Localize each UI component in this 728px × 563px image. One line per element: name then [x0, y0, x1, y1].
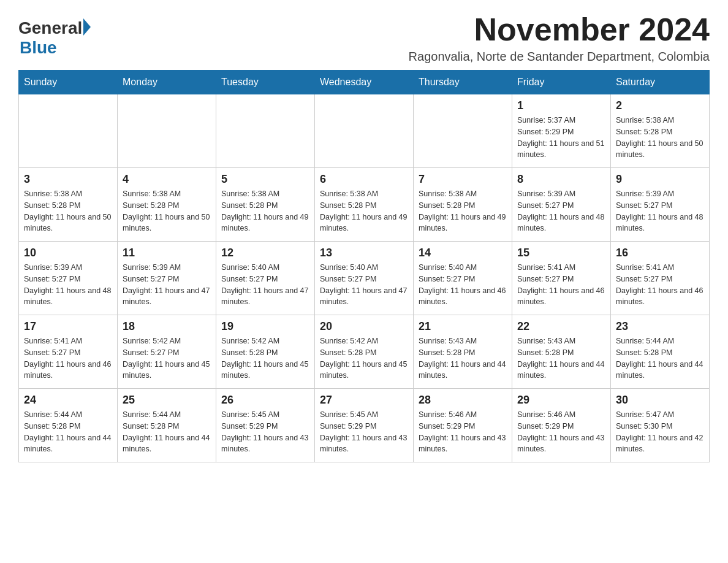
day-info: Sunrise: 5:38 AMSunset: 5:28 PMDaylight:… — [419, 188, 507, 234]
day-number: 1 — [517, 99, 605, 112]
calendar-cell: 20Sunrise: 5:42 AMSunset: 5:28 PMDayligh… — [315, 315, 414, 389]
day-number: 10 — [24, 247, 112, 259]
calendar-week-row: 1Sunrise: 5:37 AMSunset: 5:29 PMDaylight… — [19, 94, 710, 168]
calendar-cell: 7Sunrise: 5:38 AMSunset: 5:28 PMDaylight… — [414, 168, 512, 242]
calendar-cell — [19, 94, 118, 168]
day-info: Sunrise: 5:41 AMSunset: 5:27 PMDaylight:… — [616, 262, 704, 308]
day-info: Sunrise: 5:39 AMSunset: 5:27 PMDaylight:… — [24, 262, 112, 308]
day-info: Sunrise: 5:38 AMSunset: 5:28 PMDaylight:… — [24, 188, 112, 234]
day-number: 21 — [419, 320, 507, 333]
day-number: 17 — [24, 320, 112, 333]
day-number: 22 — [517, 320, 605, 333]
calendar-day-header: Wednesday — [315, 71, 414, 94]
calendar-cell: 24Sunrise: 5:44 AMSunset: 5:28 PMDayligh… — [19, 389, 118, 462]
calendar-cell: 15Sunrise: 5:41 AMSunset: 5:27 PMDayligh… — [512, 242, 611, 315]
calendar-cell: 9Sunrise: 5:39 AMSunset: 5:27 PMDaylight… — [611, 168, 710, 242]
day-info: Sunrise: 5:46 AMSunset: 5:29 PMDaylight:… — [517, 409, 605, 455]
day-info: Sunrise: 5:39 AMSunset: 5:27 PMDaylight:… — [616, 188, 704, 234]
calendar-cell: 17Sunrise: 5:41 AMSunset: 5:27 PMDayligh… — [19, 315, 118, 389]
day-number: 27 — [320, 394, 408, 407]
day-info: Sunrise: 5:39 AMSunset: 5:27 PMDaylight:… — [517, 188, 605, 234]
day-info: Sunrise: 5:40 AMSunset: 5:27 PMDaylight:… — [320, 262, 408, 308]
logo-blue-text: Blue — [20, 38, 57, 58]
day-number: 26 — [221, 394, 309, 407]
day-number: 23 — [616, 320, 704, 333]
day-number: 7 — [419, 173, 507, 186]
calendar-day-header: Friday — [512, 71, 611, 94]
day-info: Sunrise: 5:41 AMSunset: 5:27 PMDaylight:… — [24, 335, 112, 381]
day-info: Sunrise: 5:42 AMSunset: 5:28 PMDaylight:… — [320, 335, 408, 381]
calendar-cell: 19Sunrise: 5:42 AMSunset: 5:28 PMDayligh… — [216, 315, 315, 389]
day-info: Sunrise: 5:43 AMSunset: 5:28 PMDaylight:… — [419, 335, 507, 381]
calendar-cell: 26Sunrise: 5:45 AMSunset: 5:29 PMDayligh… — [216, 389, 315, 462]
day-number: 20 — [320, 320, 408, 333]
calendar-day-header: Thursday — [414, 71, 512, 94]
day-info: Sunrise: 5:38 AMSunset: 5:28 PMDaylight:… — [616, 115, 704, 161]
day-number: 25 — [123, 394, 211, 407]
day-info: Sunrise: 5:45 AMSunset: 5:29 PMDaylight:… — [320, 409, 408, 455]
day-info: Sunrise: 5:38 AMSunset: 5:28 PMDaylight:… — [221, 188, 309, 234]
day-info: Sunrise: 5:38 AMSunset: 5:28 PMDaylight:… — [320, 188, 408, 234]
day-number: 30 — [616, 394, 704, 407]
calendar-cell: 3Sunrise: 5:38 AMSunset: 5:28 PMDaylight… — [19, 168, 118, 242]
day-number: 8 — [517, 173, 605, 186]
day-number: 18 — [123, 320, 211, 333]
day-number: 16 — [616, 247, 704, 259]
day-info: Sunrise: 5:43 AMSunset: 5:28 PMDaylight:… — [517, 335, 605, 381]
calendar-table: SundayMondayTuesdayWednesdayThursdayFrid… — [18, 70, 710, 462]
calendar-cell: 14Sunrise: 5:40 AMSunset: 5:27 PMDayligh… — [414, 242, 512, 315]
day-info: Sunrise: 5:44 AMSunset: 5:28 PMDaylight:… — [123, 409, 211, 455]
calendar-cell: 21Sunrise: 5:43 AMSunset: 5:28 PMDayligh… — [414, 315, 512, 389]
day-info: Sunrise: 5:37 AMSunset: 5:29 PMDaylight:… — [517, 115, 605, 161]
title-section: November 2024 Ragonvalia, Norte de Santa… — [409, 12, 710, 64]
calendar-cell: 4Sunrise: 5:38 AMSunset: 5:28 PMDaylight… — [118, 168, 216, 242]
calendar-cell — [414, 94, 512, 168]
day-info: Sunrise: 5:39 AMSunset: 5:27 PMDaylight:… — [123, 262, 211, 308]
location-title: Ragonvalia, Norte de Santander Departmen… — [409, 50, 710, 64]
day-number: 28 — [419, 394, 507, 407]
calendar-cell: 2Sunrise: 5:38 AMSunset: 5:28 PMDaylight… — [611, 94, 710, 168]
calendar-cell: 5Sunrise: 5:38 AMSunset: 5:28 PMDaylight… — [216, 168, 315, 242]
calendar-cell: 10Sunrise: 5:39 AMSunset: 5:27 PMDayligh… — [19, 242, 118, 315]
calendar-cell: 28Sunrise: 5:46 AMSunset: 5:29 PMDayligh… — [414, 389, 512, 462]
day-number: 29 — [517, 394, 605, 407]
day-number: 15 — [517, 247, 605, 259]
calendar-week-row: 17Sunrise: 5:41 AMSunset: 5:27 PMDayligh… — [19, 315, 710, 389]
calendar-cell — [216, 94, 315, 168]
calendar-cell — [118, 94, 216, 168]
day-number: 6 — [320, 173, 408, 186]
calendar-day-header: Tuesday — [216, 71, 315, 94]
day-info: Sunrise: 5:40 AMSunset: 5:27 PMDaylight:… — [221, 262, 309, 308]
day-number: 12 — [221, 247, 309, 259]
calendar-week-row: 10Sunrise: 5:39 AMSunset: 5:27 PMDayligh… — [19, 242, 710, 315]
calendar-cell: 25Sunrise: 5:44 AMSunset: 5:28 PMDayligh… — [118, 389, 216, 462]
calendar-header-row: SundayMondayTuesdayWednesdayThursdayFrid… — [19, 71, 710, 94]
calendar-week-row: 24Sunrise: 5:44 AMSunset: 5:28 PMDayligh… — [19, 389, 710, 462]
calendar-cell: 13Sunrise: 5:40 AMSunset: 5:27 PMDayligh… — [315, 242, 414, 315]
calendar-cell: 30Sunrise: 5:47 AMSunset: 5:30 PMDayligh… — [611, 389, 710, 462]
calendar-cell: 1Sunrise: 5:37 AMSunset: 5:29 PMDaylight… — [512, 94, 611, 168]
calendar-cell: 6Sunrise: 5:38 AMSunset: 5:28 PMDaylight… — [315, 168, 414, 242]
day-number: 13 — [320, 247, 408, 259]
calendar-cell: 23Sunrise: 5:44 AMSunset: 5:28 PMDayligh… — [611, 315, 710, 389]
calendar-cell — [315, 94, 414, 168]
calendar-cell: 16Sunrise: 5:41 AMSunset: 5:27 PMDayligh… — [611, 242, 710, 315]
day-number: 19 — [221, 320, 309, 333]
day-info: Sunrise: 5:42 AMSunset: 5:28 PMDaylight:… — [221, 335, 309, 381]
calendar-day-header: Saturday — [611, 71, 710, 94]
day-number: 3 — [24, 173, 112, 186]
day-number: 11 — [123, 247, 211, 259]
calendar-cell: 11Sunrise: 5:39 AMSunset: 5:27 PMDayligh… — [118, 242, 216, 315]
day-info: Sunrise: 5:44 AMSunset: 5:28 PMDaylight:… — [616, 335, 704, 381]
month-title: November 2024 — [409, 12, 710, 47]
day-number: 5 — [221, 173, 309, 186]
page-header: General Blue November 2024 Ragonvalia, N… — [18, 12, 710, 64]
logo-general-text: General — [18, 18, 82, 38]
day-info: Sunrise: 5:40 AMSunset: 5:27 PMDaylight:… — [419, 262, 507, 308]
day-info: Sunrise: 5:38 AMSunset: 5:28 PMDaylight:… — [123, 188, 211, 234]
calendar-cell: 18Sunrise: 5:42 AMSunset: 5:27 PMDayligh… — [118, 315, 216, 389]
calendar-week-row: 3Sunrise: 5:38 AMSunset: 5:28 PMDaylight… — [19, 168, 710, 242]
day-info: Sunrise: 5:47 AMSunset: 5:30 PMDaylight:… — [616, 409, 704, 455]
day-number: 2 — [616, 99, 704, 112]
day-info: Sunrise: 5:44 AMSunset: 5:28 PMDaylight:… — [24, 409, 112, 455]
